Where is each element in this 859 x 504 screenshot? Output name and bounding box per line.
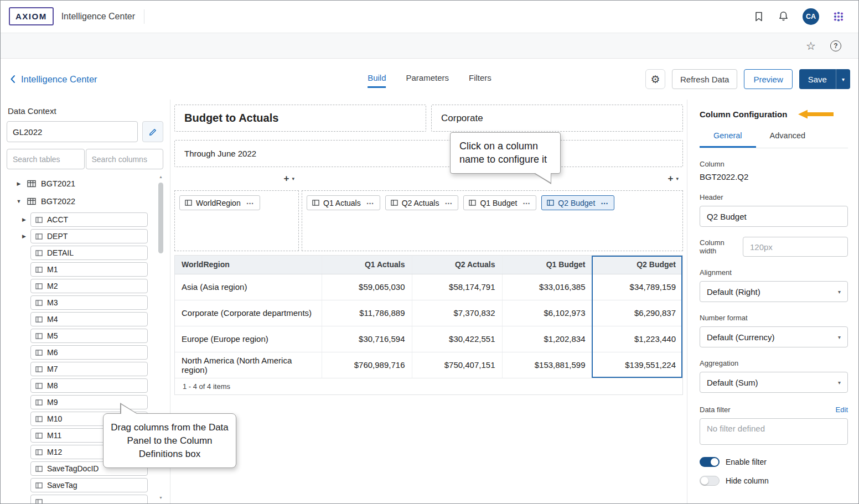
tab-advanced[interactable]: Advanced <box>756 126 820 148</box>
column-item-m1[interactable]: M1 <box>30 262 148 277</box>
tab-build[interactable]: Build <box>368 71 386 88</box>
column-icon <box>35 382 43 389</box>
chip-q1-budget[interactable]: Q1 Budget ⋯ <box>463 195 536 210</box>
alignment-value: Default (Right) <box>707 287 760 297</box>
topbar: AXIOM Intelligence Center CA <box>0 0 859 33</box>
column-icon <box>469 199 476 206</box>
collapse-arrow-icon[interactable]: ▼ <box>15 199 22 204</box>
chip-menu-icon[interactable]: ⋯ <box>522 199 531 207</box>
secondary-bar: ☆ ? <box>0 33 859 59</box>
expand-arrow-icon[interactable]: ▶ <box>22 233 30 239</box>
report-header-right-dropzone[interactable]: Corporate <box>431 105 683 132</box>
scroll-down-icon[interactable]: ▼ <box>157 496 164 500</box>
hide-column-toggle[interactable] <box>700 476 720 486</box>
chip-worldregion[interactable]: WorldRegion ⋯ <box>179 195 260 210</box>
bookmark-icon[interactable] <box>753 11 764 22</box>
column-item-m2[interactable]: M2 <box>30 279 148 293</box>
header-q1-actuals[interactable]: Q1 Actuals <box>322 256 412 274</box>
column-item-label: SaveTagDocID <box>47 464 99 473</box>
column-definitions-box[interactable]: Q1 Actuals ⋯ Q2 Actuals ⋯ Q1 Budget ⋯ Q2… <box>302 190 683 251</box>
list-item: SaveTag <box>22 478 148 492</box>
column-width-input[interactable] <box>743 237 848 257</box>
header-q1-budget[interactable]: Q1 Budget <box>502 256 592 274</box>
chip-menu-icon[interactable]: ⋯ <box>246 199 255 207</box>
chip-q1-actuals[interactable]: Q1 Actuals ⋯ <box>307 195 380 210</box>
notifications-bell-icon[interactable] <box>778 11 789 22</box>
scrollbar-thumb[interactable] <box>158 183 163 253</box>
column-item-m4[interactable]: M4 <box>30 312 148 326</box>
report-title: Budget to Actuals <box>184 112 278 124</box>
column-item-dept[interactable]: DEPT <box>30 229 148 243</box>
number-format-label: Number format <box>700 314 848 322</box>
back-link[interactable]: Intelligence Center <box>9 74 97 85</box>
column-item-m8[interactable]: M8 <box>30 378 148 393</box>
preview-button[interactable]: Preview <box>744 69 792 89</box>
favorite-star-icon[interactable]: ☆ <box>806 40 816 51</box>
tab-parameters[interactable]: Parameters <box>406 71 449 88</box>
expand-arrow-icon[interactable]: ▶ <box>15 181 22 186</box>
cell-value: $153,881,599 <box>502 352 592 378</box>
row-definitions-box[interactable]: WorldRegion ⋯ <box>174 190 299 251</box>
chip-menu-icon[interactable]: ⋯ <box>366 199 375 207</box>
chip-menu-icon[interactable]: ⋯ <box>444 199 453 207</box>
product-title: Intelligence Center <box>61 9 144 24</box>
column-item-m5[interactable]: M5 <box>30 329 148 343</box>
alignment-select[interactable]: Default (Right) ▾ <box>700 281 848 302</box>
column-icon <box>35 250 43 257</box>
edit-filter-link[interactable]: Edit <box>836 406 848 414</box>
column-item-clipped[interactable] <box>30 495 148 504</box>
add-column-button[interactable]: + ▾ <box>668 173 679 184</box>
orange-arrow-annotation <box>798 110 834 119</box>
config-panel-title: Column Configuration <box>700 110 787 119</box>
settings-gear-icon[interactable]: ⚙ <box>645 69 665 89</box>
refresh-data-button[interactable]: Refresh Data <box>672 69 737 89</box>
header-input[interactable] <box>700 206 848 227</box>
column-item-m3[interactable]: M3 <box>30 295 148 310</box>
cell-value: $760,989,716 <box>322 352 412 378</box>
save-dropdown-caret-icon[interactable]: ▾ <box>836 76 850 82</box>
list-item: DETAIL <box>22 246 148 260</box>
search-columns-input[interactable] <box>86 149 164 169</box>
chip-menu-icon[interactable]: ⋯ <box>601 199 609 207</box>
chip-q2-budget[interactable]: Q2 Budget ⋯ <box>541 195 614 210</box>
add-row-column-button[interactable]: + ▾ <box>284 173 294 184</box>
user-avatar[interactable]: CA <box>803 8 819 25</box>
header-worldregion[interactable]: WorldRegion <box>175 256 322 274</box>
enable-filter-label: Enable filter <box>726 458 767 466</box>
column-icon <box>35 233 43 240</box>
header-field-label: Header <box>700 193 848 201</box>
column-item-detail[interactable]: DETAIL <box>30 246 148 260</box>
column-icon <box>547 199 554 206</box>
column-item-m7[interactable]: M7 <box>30 362 148 376</box>
number-format-select[interactable]: Default (Currency) ▾ <box>700 326 848 347</box>
report-subtitle-dropzone[interactable]: Through June 2022 <box>174 140 683 167</box>
chip-q2-actuals[interactable]: Q2 Actuals ⋯ <box>385 195 459 210</box>
enable-filter-toggle[interactable] <box>700 457 720 467</box>
column-item-savetag[interactable]: SaveTag <box>30 478 148 492</box>
save-button[interactable]: Save ▾ <box>799 69 850 89</box>
data-context-input[interactable] <box>7 121 138 142</box>
tree-table-bgt2021[interactable]: ▶ BGT2021 <box>0 175 170 193</box>
data-context-title: Data Context <box>8 106 170 116</box>
edit-context-button[interactable] <box>142 121 163 142</box>
column-item-acct[interactable]: ACCT <box>30 212 148 227</box>
table-label: BGT2022 <box>41 197 75 206</box>
help-icon[interactable]: ? <box>830 40 841 51</box>
tab-filters[interactable]: Filters <box>469 71 491 88</box>
header-q2-budget[interactable]: Q2 Budget <box>592 256 682 274</box>
data-filter-box[interactable]: No filter defined <box>700 418 848 445</box>
scroll-up-icon[interactable]: ▲ <box>157 175 164 179</box>
chevron-down-icon: ▾ <box>838 334 841 340</box>
search-tables-input[interactable] <box>7 149 85 169</box>
aggregation-select[interactable]: Default (Sum) ▾ <box>700 372 848 393</box>
report-title-dropzone[interactable]: Budget to Actuals <box>174 105 426 132</box>
report-subtitle: Through June 2022 <box>184 149 256 158</box>
expand-arrow-icon[interactable]: ▶ <box>22 217 30 222</box>
column-item-label: M2 <box>47 282 58 290</box>
header-q2-actuals[interactable]: Q2 Actuals <box>412 256 502 274</box>
cell-value: $34,789,159 <box>592 274 682 300</box>
apps-grid-icon[interactable] <box>832 11 845 23</box>
tab-general[interactable]: General <box>700 126 756 148</box>
column-item-m6[interactable]: M6 <box>30 345 148 360</box>
tree-table-bgt2022[interactable]: ▼ BGT2022 <box>0 193 170 210</box>
